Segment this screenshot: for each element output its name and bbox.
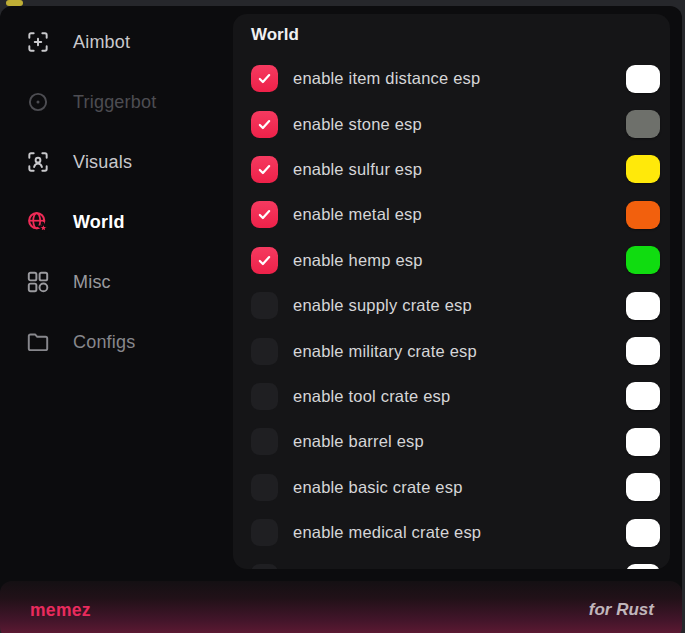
sidebar-item-label: Triggerbot [73, 92, 156, 113]
sidebar-item-visuals[interactable]: Visuals [0, 132, 233, 192]
sidebar-item-world[interactable]: World [0, 192, 233, 252]
color-swatch[interactable] [626, 155, 660, 183]
sidebar-item-label: Aimbot [73, 32, 130, 53]
sidebar-item-aimbot[interactable]: Aimbot [0, 12, 233, 72]
visuals-icon [25, 149, 51, 175]
esp-row-label: enable tool crate esp [293, 387, 450, 406]
sidebar-item-configs[interactable]: Configs [0, 312, 233, 372]
sidebar: Aimbot Triggerbot Visuals [0, 12, 233, 372]
checkbox[interactable] [251, 428, 278, 455]
esp-row-cutoff [251, 555, 660, 569]
sidebar-item-triggerbot[interactable]: Triggerbot [0, 72, 233, 132]
esp-row-label: enable supply crate esp [293, 296, 472, 315]
esp-row-hemp: enable hemp esp [251, 238, 660, 283]
color-swatch[interactable] [626, 246, 660, 274]
checkbox[interactable] [251, 156, 278, 183]
checkbox[interactable] [251, 292, 278, 319]
esp-row-label: enable stone esp [293, 115, 422, 134]
esp-row-label: enable basic crate esp [293, 478, 463, 497]
esp-row-supply-crate: enable supply crate esp [251, 283, 660, 328]
esp-row-label: enable military crate esp [293, 342, 477, 361]
brand-name: memez [30, 600, 91, 621]
color-swatch[interactable] [626, 201, 660, 229]
footer-bar: memez for Rust [0, 581, 682, 633]
sidebar-item-label: World [73, 212, 125, 233]
cheat-menu-window: Aimbot Triggerbot Visuals [0, 6, 682, 633]
world-icon [25, 209, 51, 235]
checkbox[interactable] [251, 519, 278, 546]
aimbot-icon [25, 29, 51, 55]
triggerbot-icon [25, 89, 51, 115]
color-swatch[interactable] [626, 110, 660, 138]
checkbox[interactable] [251, 338, 278, 365]
misc-icon [25, 269, 51, 295]
checkbox[interactable] [251, 201, 278, 228]
sidebar-item-label: Configs [73, 332, 135, 353]
checkbox[interactable] [251, 474, 278, 501]
esp-row-label: enable metal esp [293, 205, 422, 224]
esp-row-military-crate: enable military crate esp [251, 328, 660, 373]
checkbox[interactable] [251, 111, 278, 138]
color-swatch[interactable] [626, 337, 660, 365]
color-swatch[interactable] [626, 65, 660, 93]
esp-row-label: enable medical crate esp [293, 523, 481, 542]
checkbox[interactable] [251, 564, 278, 569]
checkbox[interactable] [251, 383, 278, 410]
esp-row-basic-crate: enable basic crate esp [251, 465, 660, 510]
color-swatch[interactable] [626, 292, 660, 320]
world-settings-panel: World enable item distance esp enable st… [233, 14, 670, 569]
esp-row-label: enable hemp esp [293, 251, 423, 270]
esp-row-stone: enable stone esp [251, 101, 660, 146]
color-swatch[interactable] [626, 564, 660, 569]
sidebar-item-label: Misc [73, 272, 111, 293]
color-swatch[interactable] [626, 382, 660, 410]
esp-row-item-distance: enable item distance esp [251, 56, 660, 101]
esp-row-label: enable item distance esp [293, 69, 480, 88]
esp-row-sulfur: enable sulfur esp [251, 147, 660, 192]
esp-row-medical-crate: enable medical crate esp [251, 510, 660, 555]
sidebar-item-label: Visuals [73, 152, 132, 173]
esp-row-label: enable barrel esp [293, 432, 424, 451]
sidebar-item-misc[interactable]: Misc [0, 252, 233, 312]
esp-row-tool-crate: enable tool crate esp [251, 374, 660, 419]
color-swatch[interactable] [626, 428, 660, 456]
esp-row-label: enable sulfur esp [293, 160, 422, 179]
checkbox[interactable] [251, 65, 278, 92]
configs-icon [25, 329, 51, 355]
brand-tagline: for Rust [589, 600, 654, 620]
color-swatch[interactable] [626, 519, 660, 547]
page-title: World [251, 24, 660, 46]
esp-row-metal: enable metal esp [251, 192, 660, 237]
checkbox[interactable] [251, 247, 278, 274]
esp-row-barrel: enable barrel esp [251, 419, 660, 464]
color-swatch[interactable] [626, 473, 660, 501]
